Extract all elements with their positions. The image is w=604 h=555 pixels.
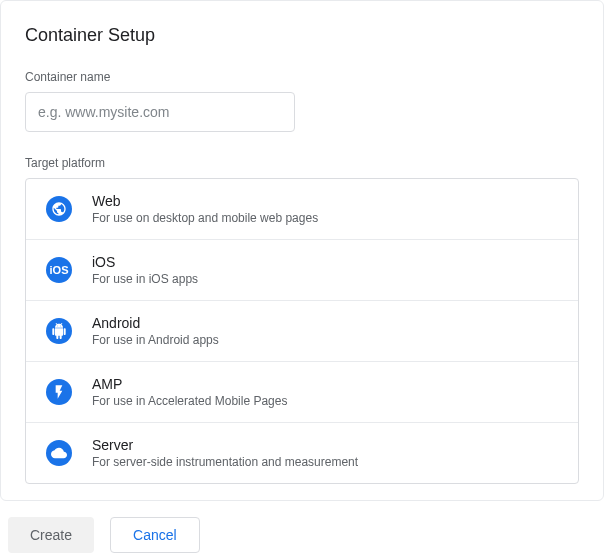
platform-title: AMP [92, 376, 287, 392]
ios-icon: iOS [46, 257, 72, 283]
server-icon [46, 440, 72, 466]
platform-desc: For use in iOS apps [92, 272, 198, 286]
platform-item-server[interactable]: Server For server-side instrumentation a… [26, 423, 578, 483]
platform-title: Web [92, 193, 318, 209]
container-setup-panel: Container Setup Container name Target pl… [0, 0, 604, 501]
web-icon [46, 196, 72, 222]
platform-title: Server [92, 437, 358, 453]
platform-desc: For use on desktop and mobile web pages [92, 211, 318, 225]
platform-item-android[interactable]: Android For use in Android apps [26, 301, 578, 362]
panel-title: Container Setup [25, 25, 579, 46]
platform-text: Android For use in Android apps [92, 315, 219, 347]
platform-item-web[interactable]: Web For use on desktop and mobile web pa… [26, 179, 578, 240]
platform-text: AMP For use in Accelerated Mobile Pages [92, 376, 287, 408]
platform-item-amp[interactable]: AMP For use in Accelerated Mobile Pages [26, 362, 578, 423]
platform-text: Web For use on desktop and mobile web pa… [92, 193, 318, 225]
platform-title: Android [92, 315, 219, 331]
target-platform-label: Target platform [25, 156, 579, 170]
cancel-button[interactable]: Cancel [110, 517, 200, 553]
platform-item-ios[interactable]: iOS iOS For use in iOS apps [26, 240, 578, 301]
android-icon [46, 318, 72, 344]
container-name-label: Container name [25, 70, 579, 84]
platform-desc: For use in Android apps [92, 333, 219, 347]
container-name-input[interactable] [25, 92, 295, 132]
amp-icon [46, 379, 72, 405]
create-button[interactable]: Create [8, 517, 94, 553]
platform-desc: For use in Accelerated Mobile Pages [92, 394, 287, 408]
platform-text: iOS For use in iOS apps [92, 254, 198, 286]
button-row: Create Cancel [0, 501, 604, 555]
platform-title: iOS [92, 254, 198, 270]
platform-text: Server For server-side instrumentation a… [92, 437, 358, 469]
platform-desc: For server-side instrumentation and meas… [92, 455, 358, 469]
platform-list: Web For use on desktop and mobile web pa… [25, 178, 579, 484]
